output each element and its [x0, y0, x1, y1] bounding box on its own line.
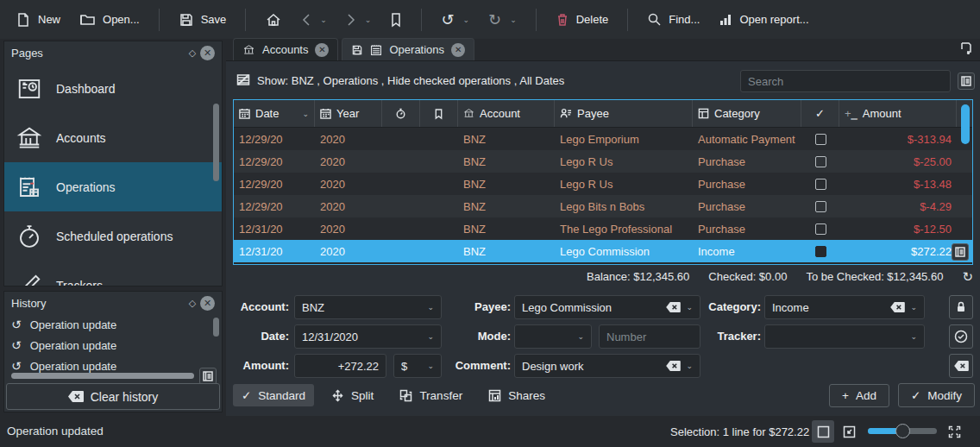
- payee-combobox[interactable]: Lego Commission ⌄: [514, 295, 700, 319]
- table-row[interactable]: 12/31/20 2020 BNZ The Lego Professional …: [234, 217, 972, 240]
- float-panel-icon[interactable]: ◇: [185, 295, 200, 311]
- cell-checked[interactable]: [801, 224, 839, 235]
- mode-shares-button[interactable]: Shares: [480, 385, 554, 406]
- forward-button[interactable]: ⌄: [339, 8, 379, 32]
- table-row[interactable]: 12/29/20 2020 BNZ Lego R Us Purchase $-1…: [234, 173, 972, 195]
- close-panel-icon[interactable]: ✕: [200, 46, 215, 60]
- sidebar-item-dashboard[interactable]: Dashboard: [4, 64, 222, 113]
- history-item[interactable]: ↺Operation update: [4, 356, 222, 373]
- number-field[interactable]: [606, 331, 693, 343]
- history-item[interactable]: ↺Operation update: [4, 314, 222, 335]
- refresh-icon[interactable]: ↻: [962, 270, 973, 283]
- pages-scrollbar[interactable]: [213, 104, 219, 181]
- mode-combobox[interactable]: ⌄: [514, 324, 592, 349]
- back-dropdown-caret[interactable]: ⌄: [320, 16, 327, 24]
- column-header-category[interactable]: Category: [693, 100, 801, 127]
- table-row[interactable]: 12/29/20 2020 BNZ Lego Bits n Bobs Purch…: [234, 195, 972, 217]
- tracker-combobox[interactable]: ⌄: [764, 324, 925, 349]
- trash-icon: [556, 12, 569, 28]
- new-button[interactable]: New: [9, 7, 67, 33]
- cell-checked[interactable]: [801, 201, 839, 212]
- modify-button[interactable]: ✓ Modify: [898, 383, 975, 407]
- find-button[interactable]: Find...: [640, 7, 707, 32]
- history-config-button[interactable]: [199, 368, 217, 385]
- table-row[interactable]: 12/29/20 2020 BNZ Lego R Us Purchase $-2…: [234, 150, 972, 173]
- forward-dropdown-caret[interactable]: ⌄: [365, 16, 372, 24]
- history-item[interactable]: ↺Operation update: [4, 335, 222, 356]
- column-header-checked[interactable]: ✓: [801, 100, 839, 127]
- column-header-date[interactable]: Date ⌄: [234, 100, 315, 127]
- history-scrollbar[interactable]: [213, 318, 219, 337]
- checkbox[interactable]: [815, 224, 826, 235]
- zoom-expand-button[interactable]: [943, 420, 965, 443]
- checkbox[interactable]: [815, 134, 826, 145]
- back-button[interactable]: ⌄: [294, 8, 334, 32]
- dashboard-icon: [16, 76, 42, 102]
- clear-history-button[interactable]: Clear history: [6, 383, 220, 410]
- sidebar-item-scheduled[interactable]: Scheduled operations: [4, 211, 222, 261]
- tab-operations[interactable]: Operations ✕: [342, 38, 474, 60]
- cell-checked[interactable]: [801, 246, 839, 257]
- float-panel-icon[interactable]: ◇: [185, 45, 200, 60]
- history-horizontal-scrollbar[interactable]: [11, 373, 194, 379]
- sidebar-item-accounts[interactable]: Accounts: [4, 113, 222, 162]
- cell-checked[interactable]: [801, 179, 839, 190]
- tab-accounts[interactable]: Accounts ✕: [233, 38, 338, 60]
- cell-checked[interactable]: [801, 134, 839, 145]
- clear-field-icon[interactable]: [666, 302, 681, 312]
- checkbox-checked[interactable]: [815, 246, 826, 257]
- table-scrollbar[interactable]: [961, 104, 970, 144]
- checkbox[interactable]: [815, 179, 826, 190]
- home-button[interactable]: [258, 7, 289, 33]
- save-button[interactable]: Save: [172, 7, 234, 33]
- search-config-button[interactable]: [958, 72, 975, 90]
- sidebar-item-trackers[interactable]: Trackers: [4, 261, 222, 286]
- freeze-lock-button[interactable]: [949, 295, 973, 319]
- reset-form-button[interactable]: [949, 354, 973, 378]
- column-header-bookmark[interactable]: [420, 100, 458, 127]
- search-input[interactable]: [740, 70, 951, 92]
- open-report-button[interactable]: Open report...: [712, 8, 815, 32]
- zoom-slider[interactable]: [868, 428, 937, 434]
- tab-close-icon[interactable]: ✕: [451, 43, 465, 57]
- table-row-selected[interactable]: 12/31/20 2020 BNZ Lego Commission Income…: [234, 240, 972, 262]
- clear-field-icon[interactable]: [666, 361, 681, 371]
- mode-label: Transfer: [419, 389, 462, 402]
- cell-checked[interactable]: [801, 156, 839, 167]
- zoom-fit-selection-button[interactable]: [812, 420, 834, 443]
- comment-combobox[interactable]: Design work ⌄: [514, 354, 700, 378]
- table-config-button[interactable]: [952, 243, 969, 261]
- date-combobox[interactable]: 12/31/2020 ⌄: [294, 324, 442, 349]
- column-header-schedule[interactable]: [382, 100, 420, 127]
- redo-button[interactable]: ↻⌄: [481, 7, 524, 33]
- mode-standard-button[interactable]: ✓ Standard: [233, 384, 314, 406]
- column-header-amount[interactable]: +‗ Amount: [839, 100, 957, 127]
- account-combobox[interactable]: BNZ ⌄: [294, 295, 442, 319]
- column-header-payee[interactable]: Payee: [555, 100, 693, 127]
- bookmark-button[interactable]: [383, 7, 409, 33]
- unit-combobox[interactable]: $ ⌄: [393, 354, 442, 378]
- column-header-year[interactable]: Year: [315, 100, 382, 127]
- open-button[interactable]: Open...: [72, 7, 147, 33]
- zoom-slider-handle[interactable]: [895, 424, 910, 438]
- tab-close-icon[interactable]: ✕: [315, 43, 329, 57]
- clear-field-icon[interactable]: [890, 302, 905, 312]
- fast-edition-button[interactable]: [949, 324, 973, 349]
- undo-dropdown-caret[interactable]: ⌄: [462, 16, 469, 24]
- category-combobox[interactable]: Income ⌄: [764, 295, 925, 319]
- undo-button[interactable]: ↺⌄: [434, 7, 476, 33]
- redo-dropdown-caret[interactable]: ⌄: [510, 16, 517, 24]
- detach-tab-button[interactable]: [959, 41, 973, 57]
- sidebar-item-operations[interactable]: Operations: [4, 162, 222, 211]
- checkbox[interactable]: [815, 201, 826, 212]
- close-panel-icon[interactable]: ✕: [200, 296, 215, 311]
- delete-button[interactable]: Delete: [549, 7, 616, 33]
- column-header-account[interactable]: Account: [458, 100, 555, 127]
- add-button[interactable]: + Add: [829, 384, 889, 407]
- table-row[interactable]: 12/29/20 2020 BNZ Lego Emporium Automati…: [234, 128, 972, 150]
- amount-field[interactable]: [302, 360, 379, 373]
- mode-split-button[interactable]: Split: [323, 385, 382, 406]
- checkbox[interactable]: [815, 156, 826, 167]
- zoom-original-button[interactable]: [838, 420, 860, 443]
- mode-transfer-button[interactable]: Transfer: [391, 385, 471, 406]
